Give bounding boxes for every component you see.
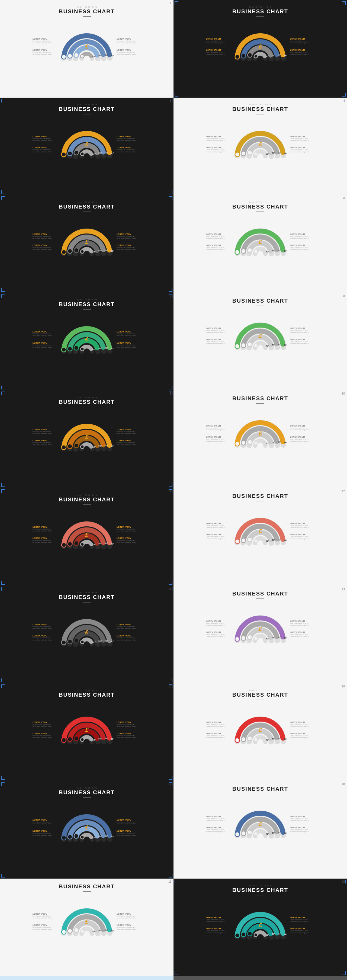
svg-point-137 xyxy=(248,538,251,541)
center-letter: £ xyxy=(85,43,88,50)
label-title-4: LOREM IPSUM xyxy=(290,147,314,149)
slide-13: 13 Insert Text Here BUSINESS CHART LOREM… xyxy=(0,586,174,683)
label-text-1: Lorem ipsum dolor sit amet,consectetur a… xyxy=(33,626,57,630)
donut-chart: 80°63°50°42° £ xyxy=(233,406,287,461)
center-letter: £ xyxy=(85,531,88,538)
svg-point-207 xyxy=(242,831,245,835)
svg-text:42°: 42° xyxy=(92,931,96,933)
svg-point-145 xyxy=(62,641,65,644)
slide-14: 14 BUSINESS CHART LOREM IPSUM Lorem ipsu… xyxy=(174,586,347,683)
svg-point-61 xyxy=(235,250,239,254)
svg-text:63°: 63° xyxy=(104,347,108,349)
donut-chart: 80°63°50°42° £ xyxy=(233,797,287,851)
label-text-4: Lorem ipsum dolor sit amet,consectetur a… xyxy=(290,930,314,934)
label-text-1: Lorem ipsum dolor sit amet,consectetur a… xyxy=(33,235,57,239)
svg-text:63°: 63° xyxy=(104,249,108,251)
svg-text:50°: 50° xyxy=(99,738,102,740)
label-title-3: LOREM IPSUM xyxy=(116,819,141,821)
donut-chart: 80°63°50°42° £ xyxy=(233,19,287,74)
svg-point-27 xyxy=(68,151,72,155)
label-2: LOREM IPSUM Lorem ipsum dolor sit amet,c… xyxy=(206,732,231,739)
chart-area: LOREM IPSUM Lorem ipsum dolor sit amet,c… xyxy=(5,800,168,855)
slide-title: BUSINESS CHART xyxy=(5,204,168,210)
label-text-2: Lorem ipsum dolor sit amet,consectetur a… xyxy=(33,832,57,836)
corner-bl xyxy=(1,678,5,682)
svg-point-217 xyxy=(62,930,65,934)
svg-text:50°: 50° xyxy=(99,929,102,932)
slide-7: 7 Insert Text Here BUSINESS CHART LOREM … xyxy=(0,293,174,390)
label-text-1: Lorem ipsum dolor sit amet,consectetur a… xyxy=(33,821,57,825)
donut-chart: 80°63°50°42° £ xyxy=(233,117,287,171)
label-3: LOREM IPSUM Lorem ipsum dolor sit amet,c… xyxy=(290,38,314,44)
label-title-4: LOREM IPSUM xyxy=(290,631,314,633)
label-title-2: LOREM IPSUM xyxy=(33,537,57,539)
left-labels: LOREM IPSUM Lorem ipsum dolor sit amet,c… xyxy=(206,620,231,638)
svg-point-231 xyxy=(242,932,245,936)
label-text-1: Lorem ipsum dolor sit amet,consectetur a… xyxy=(206,622,231,627)
svg-text:80°: 80° xyxy=(111,54,114,57)
label-title-1: LOREM IPSUM xyxy=(206,721,231,723)
slide-title: BUSINESS CHART xyxy=(5,883,168,890)
label-4: LOREM IPSUM Lorem ipsum dolor sit amet,c… xyxy=(116,147,141,153)
left-labels: LOREM IPSUM Lorem ipsum dolor sit amet,c… xyxy=(33,428,57,446)
center-letter: £ xyxy=(85,336,88,343)
label-text-3: Lorem ipsum dolor sit amet,consectetur a… xyxy=(116,431,141,435)
label-2: LOREM IPSUM Lorem ipsum dolor sit amet,c… xyxy=(206,49,231,55)
center-letter: £ xyxy=(259,239,262,245)
label-text-1: Lorem ipsum dolor sit amet,consectetur a… xyxy=(33,528,57,532)
svg-text:63°: 63° xyxy=(104,640,108,642)
label-3: LOREM IPSUM Lorem ipsum dolor sit amet,c… xyxy=(290,620,314,627)
svg-text:42°: 42° xyxy=(266,251,269,253)
slide-title: BUSINESS CHART xyxy=(5,301,168,307)
svg-point-193 xyxy=(62,836,65,840)
label-title-4: LOREM IPSUM xyxy=(116,439,141,441)
left-labels: LOREM IPSUM Lorem ipsum dolor sit amet,c… xyxy=(206,721,231,739)
left-labels: LOREM IPSUM Lorem ipsum dolor sit amet,c… xyxy=(206,425,231,442)
label-title-4: LOREM IPSUM xyxy=(116,924,141,926)
label-1: LOREM IPSUM Lorem ipsum dolor sit amet,c… xyxy=(33,331,57,337)
title-underline xyxy=(83,309,91,310)
label-2: LOREM IPSUM Lorem ipsum dolor sit amet,c… xyxy=(206,339,231,345)
label-3: LOREM IPSUM Lorem ipsum dolor sit amet,c… xyxy=(116,331,141,337)
svg-text:63°: 63° xyxy=(104,737,108,740)
svg-text:63°: 63° xyxy=(104,151,108,154)
svg-text:42°: 42° xyxy=(266,55,269,58)
slide-number: 14 xyxy=(342,587,345,590)
slide-number: 6 xyxy=(343,197,345,200)
label-text-4: Lorem ipsum dolor sit amet,consectetur a… xyxy=(290,536,314,540)
donut-chart: 80°63°50°42° £ xyxy=(60,703,114,757)
svg-point-185 xyxy=(248,737,251,740)
svg-text:50°: 50° xyxy=(272,54,275,57)
label-2: LOREM IPSUM Lorem ipsum dolor sit amet,c… xyxy=(33,830,57,836)
label-2: LOREM IPSUM Lorem ipsum dolor sit amet,c… xyxy=(33,732,57,739)
svg-text:80°: 80° xyxy=(284,54,287,57)
chart-area: LOREM IPSUM Lorem ipsum dolor sit amet,c… xyxy=(179,19,342,74)
svg-text:63°: 63° xyxy=(278,151,281,154)
svg-text:80°: 80° xyxy=(284,250,287,252)
label-text-2: Lorem ipsum dolor sit amet,consectetur a… xyxy=(33,149,57,153)
label-3: LOREM IPSUM Lorem ipsum dolor sit amet,c… xyxy=(116,913,141,919)
label-title-2: LOREM IPSUM xyxy=(206,827,231,829)
label-4: LOREM IPSUM Lorem ipsum dolor sit amet,c… xyxy=(290,827,314,833)
title-underline xyxy=(83,797,91,798)
label-title-4: LOREM IPSUM xyxy=(290,534,314,536)
slide-15: 15 Insert Text Here BUSINESS CHART LOREM… xyxy=(0,683,174,781)
corner-bl xyxy=(1,386,5,390)
label-title-1: LOREM IPSUM xyxy=(33,331,57,333)
label-title-2: LOREM IPSUM xyxy=(33,439,57,441)
label-text-4: Lorem ipsum dolor sit amet,consectetur a… xyxy=(290,247,314,251)
label-title-4: LOREM IPSUM xyxy=(290,244,314,246)
title-underline xyxy=(256,794,264,794)
label-title-4: LOREM IPSUM xyxy=(290,339,314,340)
right-labels: LOREM IPSUM Lorem ipsum dolor sit amet,c… xyxy=(116,38,141,56)
label-title-1: LOREM IPSUM xyxy=(206,916,231,918)
slide-subtitle: Insert Text Here xyxy=(5,592,168,593)
label-3: LOREM IPSUM Lorem ipsum dolor sit amet,c… xyxy=(290,425,314,431)
slide-subtitle: Insert Text Here xyxy=(5,103,168,105)
label-3: LOREM IPSUM Lorem ipsum dolor sit amet,c… xyxy=(116,428,141,435)
svg-text:63°: 63° xyxy=(278,441,281,443)
svg-text:80°: 80° xyxy=(111,347,114,350)
svg-point-67 xyxy=(255,250,257,253)
right-labels: LOREM IPSUM Lorem ipsum dolor sit amet,c… xyxy=(116,428,141,446)
label-2: LOREM IPSUM Lorem ipsum dolor sit amet,c… xyxy=(206,928,231,934)
